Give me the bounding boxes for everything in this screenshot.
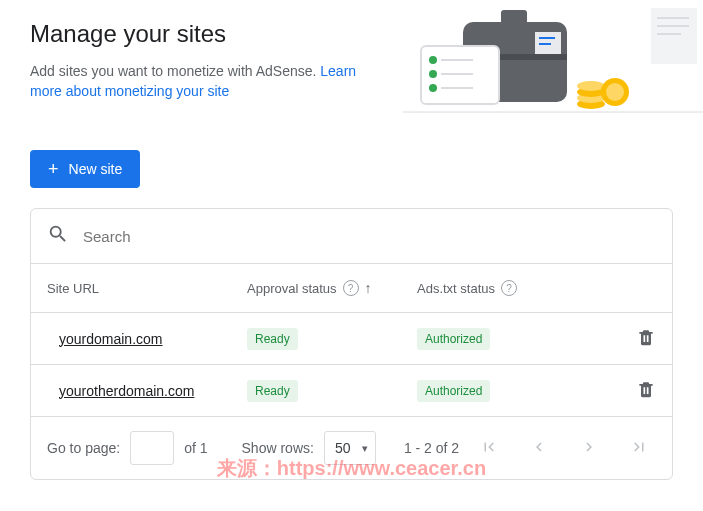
col-header-url[interactable]: Site URL: [47, 281, 247, 296]
help-icon[interactable]: ?: [343, 280, 359, 296]
subtitle-text: Add sites you want to monetize with AdSe…: [30, 63, 320, 79]
col-header-approval[interactable]: Approval status: [247, 281, 337, 296]
search-icon: [47, 223, 69, 249]
approval-badge: Ready: [247, 380, 298, 402]
show-rows-label: Show rows:: [242, 440, 314, 456]
search-input[interactable]: [83, 228, 656, 245]
svg-point-11: [429, 56, 437, 64]
svg-point-22: [606, 83, 624, 101]
site-url-link[interactable]: yourotherdomain.com: [59, 383, 194, 399]
sites-table-card: Site URL Approval status ? ↑ Ads.txt sta…: [30, 208, 673, 480]
prev-page-button[interactable]: [528, 436, 550, 461]
table-row: yourdomain.com Ready Authorized: [31, 313, 672, 365]
first-page-button[interactable]: [478, 436, 500, 461]
new-site-label: New site: [69, 161, 123, 177]
svg-rect-4: [501, 10, 527, 24]
table-row: yourotherdomain.com Ready Authorized: [31, 365, 672, 417]
new-site-button[interactable]: + New site: [30, 150, 140, 188]
rows-per-page-select[interactable]: 50: [324, 431, 376, 465]
pagination-range: 1 - 2 of 2: [404, 440, 459, 456]
ads-badge: Authorized: [417, 380, 490, 402]
site-url-link[interactable]: yourdomain.com: [59, 331, 163, 347]
svg-point-20: [577, 81, 605, 91]
col-header-ads[interactable]: Ads.txt status: [417, 281, 495, 296]
pagination-row: Go to page: of 1 Show rows: 50 1 - 2 of …: [31, 417, 672, 479]
page-subtitle: Add sites you want to monetize with AdSe…: [30, 62, 390, 101]
next-page-button[interactable]: [578, 436, 600, 461]
help-icon[interactable]: ?: [501, 280, 517, 296]
approval-badge: Ready: [247, 328, 298, 350]
delete-icon[interactable]: [636, 334, 656, 350]
svg-rect-0: [651, 8, 697, 64]
plus-icon: +: [48, 160, 59, 178]
search-row: [31, 209, 672, 264]
svg-point-13: [429, 70, 437, 78]
goto-page-total: of 1: [184, 440, 207, 456]
goto-page-input[interactable]: [130, 431, 174, 465]
svg-point-15: [429, 84, 437, 92]
table-header: Site URL Approval status ? ↑ Ads.txt sta…: [31, 264, 672, 313]
last-page-button[interactable]: [628, 436, 650, 461]
ads-badge: Authorized: [417, 328, 490, 350]
goto-page-label: Go to page:: [47, 440, 120, 456]
sort-ascending-icon[interactable]: ↑: [365, 280, 372, 296]
delete-icon[interactable]: [636, 386, 656, 402]
header-illustration: [403, 0, 703, 130]
